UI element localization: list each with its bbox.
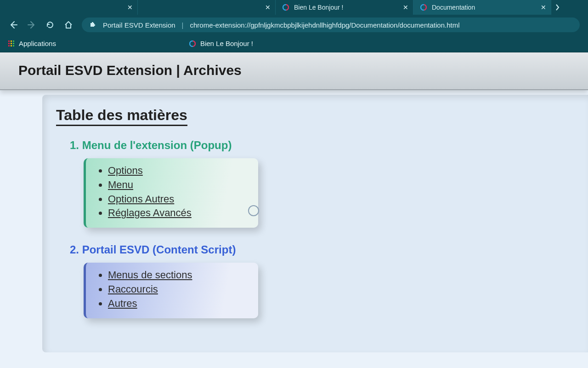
toc-link-autres[interactable]: Autres bbox=[108, 298, 137, 309]
list-item: Menu bbox=[108, 178, 247, 192]
close-icon[interactable]: ✕ bbox=[541, 4, 546, 11]
address-extension-label: Portail ESVD Extension bbox=[103, 21, 175, 29]
back-button[interactable] bbox=[8, 20, 18, 30]
toc-link-options[interactable]: Options bbox=[108, 165, 143, 176]
toc-link-raccourcis[interactable]: Raccourcis bbox=[108, 283, 158, 295]
address-divider: | bbox=[182, 21, 184, 29]
toc-link-menu[interactable]: Menu bbox=[108, 179, 133, 190]
reload-icon bbox=[45, 20, 55, 29]
tab-strip: ✕ ✕ Bien Le Bonjour ! ✕ Documentation ✕ bbox=[0, 0, 588, 15]
chevron-right-icon bbox=[555, 3, 560, 12]
browser-chrome: ✕ ✕ Bien Le Bonjour ! ✕ Documentation ✕ bbox=[0, 0, 588, 52]
bookmark-applications[interactable]: Applications bbox=[8, 40, 56, 47]
toc-link-menus-sections[interactable]: Menus de sections bbox=[108, 269, 192, 281]
list-item: Options Autres bbox=[108, 192, 247, 207]
new-tab-button[interactable] bbox=[551, 0, 564, 15]
toc-link-reglages-avances[interactable]: Réglages Avancés bbox=[108, 207, 192, 218]
extension-favicon-icon bbox=[282, 4, 289, 11]
tab-title: Bien Le Bonjour ! bbox=[294, 4, 343, 11]
tab-2[interactable]: ✕ bbox=[138, 0, 276, 15]
close-icon[interactable]: ✕ bbox=[403, 4, 408, 11]
toc-card-popup: Options Menu Options Autres Réglages Ava… bbox=[84, 158, 258, 228]
toc-link-options-autres[interactable]: Options Autres bbox=[108, 193, 174, 205]
tab-documentation[interactable]: Documentation ✕ bbox=[413, 0, 551, 15]
tab-bien-le-bonjour[interactable]: Bien Le Bonjour ! ✕ bbox=[276, 0, 413, 15]
home-button[interactable] bbox=[63, 20, 74, 30]
bookmark-bien-le-bonjour[interactable]: Bien Le Bonjour ! bbox=[189, 40, 253, 47]
page-title: Portail ESVD Extension | Archives bbox=[18, 63, 570, 78]
page-banner: Portail ESVD Extension | Archives bbox=[0, 52, 588, 90]
bookmarks-bar: Applications Bien Le Bonjour ! bbox=[0, 35, 588, 52]
toc-card-content-script: Menus de sections Raccourcis Autres bbox=[84, 263, 258, 318]
close-icon[interactable]: ✕ bbox=[265, 4, 271, 11]
documentation-page: Portail ESVD Extension | Archives Table … bbox=[0, 52, 588, 368]
list-item: Options bbox=[108, 164, 247, 178]
arrow-right-icon bbox=[27, 20, 36, 29]
table-of-contents: Table des matières 1. Menu de l'extensio… bbox=[42, 95, 588, 352]
list-item: Réglages Avancés bbox=[108, 206, 247, 220]
bookmark-label: Applications bbox=[19, 40, 56, 47]
reload-button[interactable] bbox=[45, 20, 55, 30]
list-item: Raccourcis bbox=[108, 282, 247, 297]
apps-grid-icon bbox=[8, 40, 14, 46]
extension-icon bbox=[89, 21, 96, 29]
forward-button[interactable] bbox=[27, 20, 37, 30]
address-url: chrome-extension://gpfnljgkmcbpbjlkijehd… bbox=[190, 21, 459, 29]
extension-favicon-icon bbox=[189, 40, 196, 47]
home-icon bbox=[64, 20, 73, 29]
bookmark-label: Bien Le Bonjour ! bbox=[200, 40, 253, 47]
list-item: Menus de sections bbox=[108, 268, 247, 282]
list-item: Autres bbox=[108, 297, 247, 311]
address-bar[interactable]: Portail ESVD Extension | chrome-extensio… bbox=[82, 17, 580, 32]
toolbar: Portail ESVD Extension | chrome-extensio… bbox=[0, 15, 588, 35]
arrow-left-icon bbox=[9, 20, 18, 29]
toc-heading: Table des matières bbox=[56, 107, 187, 126]
toc-section-content-script[interactable]: 2. Portail ESVD (Content Script) bbox=[70, 243, 588, 256]
tab-1[interactable]: ✕ bbox=[0, 0, 138, 15]
toc-section-popup[interactable]: 1. Menu de l'extension (Popup) bbox=[70, 139, 588, 152]
extension-favicon-icon bbox=[420, 4, 427, 11]
close-icon[interactable]: ✕ bbox=[127, 4, 133, 11]
tab-title: Documentation bbox=[432, 4, 475, 11]
